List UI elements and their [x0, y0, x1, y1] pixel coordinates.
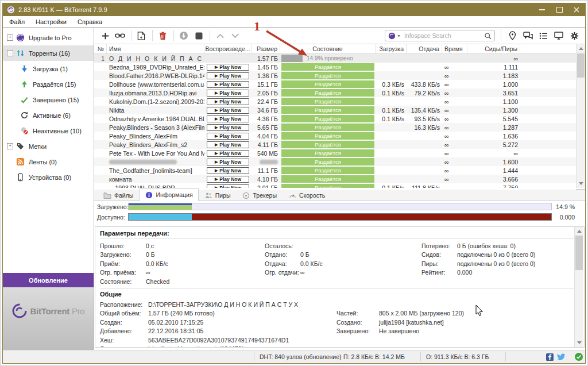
- play-now-button[interactable]: ▶Play Now: [207, 107, 249, 114]
- move-up-queue-button[interactable]: [213, 29, 227, 42]
- table-row[interactable]: 1О Д И Н О К И Й П А С Т У Х1.57 ГБ14.9%…: [94, 54, 576, 63]
- minimize-button[interactable]: [533, 3, 551, 16]
- play-now-button[interactable]: ▶Play Now: [207, 72, 249, 79]
- table-row[interactable]: The_Godfather_[nolimits-team]▶Play Now11…: [94, 166, 576, 175]
- sidebar-item-downloading[interactable]: Загрузка (1): [3, 61, 94, 76]
- remove-torrent-button[interactable]: [156, 29, 169, 42]
- table-row[interactable]: Blood.Father.2016.P.WEB-DLRip.14O...▶Pla…: [94, 71, 576, 80]
- create-torrent-button[interactable]: [134, 29, 148, 42]
- monitor-icon[interactable]: [552, 29, 566, 42]
- column-header-2[interactable]: Воспроизведе...: [204, 44, 252, 53]
- table-scrollbar[interactable]: [576, 44, 585, 188]
- search-engine-icon[interactable]: [388, 32, 396, 40]
- sidebar-item-torrents[interactable]: -Торренты (16): [3, 45, 94, 61]
- table-row[interactable]: Peaky_Blinders_AlexFilm_s2▶Play Now4.11 …: [94, 140, 576, 149]
- column-header-1[interactable]: Имя: [107, 44, 204, 53]
- table-row[interactable]: Kukolniy.Dom.(1-2.sezoni).2009-2010....▶…: [94, 97, 576, 106]
- column-header-0[interactable]: №: [94, 44, 107, 53]
- detail-scroll-up-icon[interactable]: [575, 227, 583, 236]
- expand-toggle-icon[interactable]: +: [7, 34, 13, 41]
- settings-gear-icon[interactable]: [567, 29, 581, 42]
- upload-speed: 111.8 КБ/s: [407, 183, 442, 188]
- scroll-down-icon[interactable]: [577, 179, 585, 188]
- column-header-8[interactable]: Сиды/Пиры: [467, 44, 520, 53]
- sidebar-item-active[interactable]: Активные (6): [3, 107, 94, 123]
- table-row[interactable]: Pete Tex - With Love For You And Me ...▶…: [94, 149, 576, 157]
- start-torrent-button[interactable]: [177, 29, 191, 42]
- column-header-3[interactable]: Размер: [252, 44, 280, 53]
- play-now-button[interactable]: ▶Play Now: [207, 90, 249, 97]
- search-input[interactable]: [403, 32, 484, 40]
- play-now-button[interactable]: ▶Play Now: [207, 159, 249, 165]
- table-row[interactable]: Bezdna_1989_DVDRip_Unrated_Extend...▶Pla…: [94, 63, 576, 71]
- close-button[interactable]: [568, 3, 585, 16]
- sidebar-item-devices[interactable]: Устройства (0): [3, 169, 94, 185]
- tab-информация[interactable]: Информация: [140, 188, 198, 201]
- column-header-4[interactable]: Состояние: [280, 44, 376, 53]
- menu-item-0[interactable]: Файл: [9, 18, 25, 25]
- play-now-button[interactable]: ▶Play Now: [207, 141, 249, 148]
- detail-scroll-down-icon[interactable]: [575, 338, 583, 347]
- play-now-label: Play Now: [219, 133, 241, 139]
- update-button[interactable]: Обновление: [3, 273, 94, 287]
- sidebar-item-finished[interactable]: Завершено (15): [3, 92, 94, 107]
- table-row[interactable]: Iluzja.obmana.2013.D.HDRip.avi▶Play Now2…: [94, 88, 576, 97]
- sidebar-item-inactive[interactable]: Неактивные (10): [3, 123, 94, 138]
- column-header-6[interactable]: Отдача: [407, 44, 442, 53]
- column-header-5[interactable]: Загрузка: [376, 44, 407, 53]
- table-row[interactable]: комната▶Play Now4.10 ГБРаздаётся∞3.666: [94, 175, 576, 183]
- transfer-row: Огр. приёма:∞: [100, 268, 169, 278]
- move-down-queue-button[interactable]: [228, 29, 242, 42]
- dht-status[interactable]: DHT: 840 узлов (обновление): [260, 350, 342, 363]
- screenshot-root: 2.83 K/911 K — BitTorrent 7.9.9 ФайлНаст…: [0, 0, 588, 366]
- table-row[interactable]: Dollhouse (www.torrentserial.com.ua)▶Pla…: [94, 80, 576, 88]
- detail-scrollbar[interactable]: [574, 227, 583, 347]
- menu-item-2[interactable]: Справка: [78, 18, 102, 25]
- tab-скорость[interactable]: Скорость: [283, 190, 331, 201]
- table-row[interactable]: Odnazhdy.v.Amerike.1984.DUAL.BDRi...▶Pla…: [94, 114, 576, 123]
- table-row[interactable]: …1993.DUAL.RUS.BDR…▶Play Now2.01 ГБРазда…: [94, 183, 576, 188]
- scroll-up-icon[interactable]: [577, 44, 585, 53]
- play-now-button[interactable]: ▶Play Now: [207, 133, 249, 140]
- twitter-icon[interactable]: [557, 353, 566, 361]
- sidebar-item-upgrade[interactable]: +Upgrade to Pro: [3, 30, 94, 45]
- play-now-button[interactable]: ▶Play Now: [207, 98, 249, 105]
- maximize-button[interactable]: [551, 3, 568, 16]
- list-icon[interactable]: [536, 29, 550, 42]
- detail-scrollbar-thumb[interactable]: [575, 236, 583, 270]
- location-pin-icon[interactable]: [505, 29, 519, 42]
- play-now-button[interactable]: ▶Play Now: [207, 81, 249, 88]
- menu-item-1[interactable]: Настройки: [36, 18, 67, 25]
- play-now-button[interactable]: ▶Play Now: [207, 184, 249, 188]
- table-row[interactable]: Peaky_Blinders_AlexFilm▶Play Now4.04 ГБР…: [94, 132, 576, 140]
- table-row[interactable]: ▶Play NowРаздаётся∞1.600: [94, 157, 576, 166]
- facebook-icon[interactable]: [546, 353, 554, 361]
- play-now-label: Play Now: [219, 142, 241, 148]
- sidebar-item-feeds[interactable]: Ленты (0): [3, 154, 94, 169]
- expand-toggle-icon[interactable]: +: [7, 143, 13, 149]
- play-now-button[interactable]: ▶Play Now: [207, 176, 249, 183]
- tab-файлы[interactable]: Файлы: [98, 190, 139, 201]
- search-engine-caret-icon[interactable]: ▼: [397, 34, 401, 38]
- scrollbar-thumb[interactable]: [577, 53, 585, 78]
- expand-toggle-icon[interactable]: -: [7, 50, 13, 56]
- table-row[interactable]: Nikita▶Play Now34.6 ГБРаздаётся0.1 КБ/s1…: [94, 106, 576, 114]
- play-now-button[interactable]: ▶Play Now: [207, 167, 249, 174]
- play-now-button[interactable]: ▶Play Now: [207, 150, 249, 157]
- stop-torrent-button[interactable]: [192, 29, 206, 42]
- torrent-name-text: О Д И Н О К И Й П А С Т У Х: [109, 55, 204, 62]
- play-now-button[interactable]: ▶Play Now: [207, 64, 249, 71]
- tab-трекеры[interactable]: Трекеры: [237, 190, 282, 201]
- column-header-7[interactable]: Время: [442, 44, 467, 53]
- sidebar-item-label: Ленты (0): [29, 159, 57, 165]
- chat-icon[interactable]: [521, 29, 535, 42]
- play-now-button[interactable]: ▶Play Now: [207, 115, 249, 122]
- add-torrent-button[interactable]: [98, 29, 112, 42]
- sidebar-item-seeding[interactable]: Раздаётся (15): [3, 76, 94, 92]
- play-now-button[interactable]: ▶Play Now: [207, 124, 249, 131]
- tab-пиры[interactable]: Пиры: [199, 190, 237, 201]
- search-icon[interactable]: [484, 32, 492, 40]
- sidebar-item-labels[interactable]: +Метки: [3, 138, 94, 154]
- table-row[interactable]: Peaky.Blinders - Season 3 (AlexFilm) ...…: [94, 123, 576, 132]
- add-link-button[interactable]: [113, 29, 127, 42]
